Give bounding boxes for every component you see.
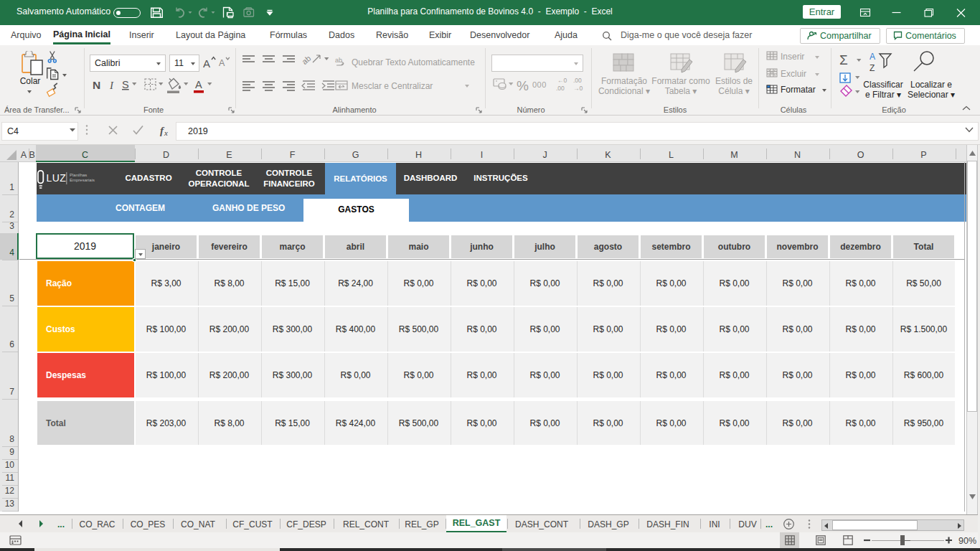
svg-text:A: A [195, 79, 202, 90]
svg-text:Z: Z [870, 63, 875, 72]
svg-text:ab: ab [300, 54, 312, 66]
svg-text:A: A [870, 52, 875, 62]
svg-text:A: A [203, 57, 210, 70]
svg-text:←0: ←0 [557, 77, 567, 84]
svg-text:S: S [122, 79, 129, 90]
svg-text:→0: →0 [573, 85, 583, 92]
svg-text:x: x [164, 128, 168, 137]
svg-text:ab: ab [335, 57, 342, 64]
svg-text:I: I [109, 80, 114, 91]
svg-text:Empresariais: Empresariais [70, 178, 95, 182]
svg-text:N: N [93, 79, 100, 91]
svg-text:000: 000 [532, 80, 547, 89]
svg-text:Planilhas: Planilhas [70, 173, 87, 177]
svg-text:.00: .00 [556, 85, 565, 92]
svg-text:90%: 90% [958, 536, 976, 546]
svg-text:LUZ: LUZ [47, 172, 67, 184]
svg-text:%: % [517, 78, 529, 93]
svg-text:Σ: Σ [839, 52, 848, 67]
svg-text:A: A [219, 58, 225, 68]
svg-text:.00: .00 [573, 77, 582, 84]
